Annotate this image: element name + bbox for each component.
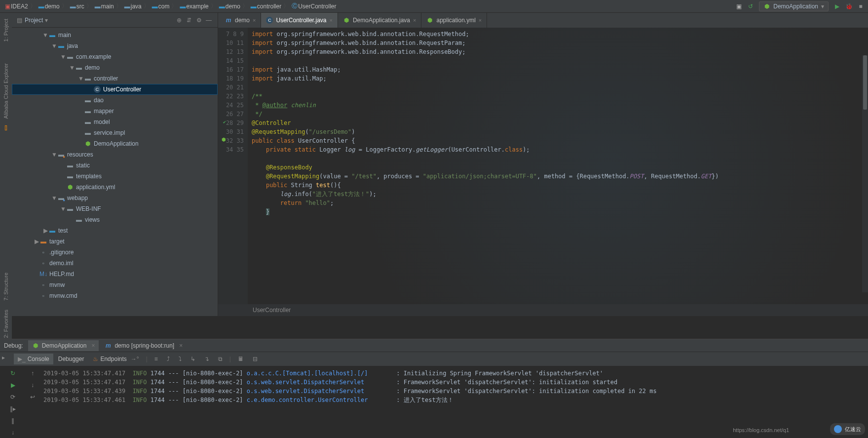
close-icon[interactable]: × <box>179 342 183 349</box>
tree-node-java[interactable]: ▼▬java <box>12 40 218 51</box>
attach-icon[interactable]: ⊟ <box>249 354 262 364</box>
force-step-icon[interactable]: ↳ <box>187 354 199 364</box>
debug-tab-demoapplication[interactable]: ⬢DemoApplication× <box>28 340 99 351</box>
tree-node-main[interactable]: ▼▬main <box>12 30 218 40</box>
resume-button[interactable]: ▶ <box>7 380 18 391</box>
tree-node-views[interactable]: ▬views <box>12 214 218 225</box>
navigation-bar: ▣ IDEA2〉▬ demo〉▬ src〉▬ main〉▬ java〉▬ com… <box>0 0 868 13</box>
breadcrumb-item[interactable]: 〉▬ demo <box>209 2 240 10</box>
tree-node-templates[interactable]: ▬templates <box>12 171 218 182</box>
close-icon[interactable]: × <box>330 17 333 23</box>
stop-button[interactable]: ■ <box>857 3 864 10</box>
close-icon[interactable]: × <box>479 17 482 23</box>
code-editor[interactable]: 7 8 9 10 11 12 13 14 15 16 17 18 19 20 2… <box>218 28 868 304</box>
tree-node--gitignore[interactable]: ▫.gitignore <box>12 247 218 258</box>
tree-node-target[interactable]: ▶▬target <box>12 236 218 247</box>
tree-node-com-example[interactable]: ▼▬com.example <box>12 51 218 62</box>
debug-button[interactable]: 🐞 <box>845 3 852 10</box>
tree-node-demoapplication[interactable]: ⬢DemoApplication <box>12 138 218 149</box>
editor-tab-usercontroller-java[interactable]: CUserController.java× <box>261 13 338 28</box>
tree-node-webapp[interactable]: ▼▬●webapp <box>12 193 218 203</box>
endpoints-tab[interactable]: ♨Endpoints→° <box>89 354 143 364</box>
chevron-down-icon: ▾ <box>821 3 824 10</box>
bracket-icon: [] <box>4 125 7 130</box>
stop-square-button[interactable]: ‖ <box>7 415 18 426</box>
breadcrumb-item[interactable]: 〉▬ src <box>60 2 84 10</box>
step-over-icon[interactable]: ≡ <box>151 354 162 364</box>
tree-node-web-inf[interactable]: ▼▬WEB-INF <box>12 203 218 214</box>
minimize-icon[interactable]: — <box>204 15 214 25</box>
close-icon[interactable]: × <box>91 342 95 349</box>
editor-tab-demoapplication-java[interactable]: ⬢DemoApplication.java× <box>338 13 422 28</box>
breadcrumb-item[interactable]: 〉▬ com <box>142 2 170 10</box>
side-tab-structure[interactable]: 7: Structure <box>2 270 10 304</box>
side-tab-favorites[interactable]: 2: Favorites <box>2 307 10 341</box>
tree-node-application-yml[interactable]: ⬢application.yml <box>12 182 218 193</box>
watermark-badge: 亿速云 <box>830 423 865 435</box>
project-panel-title: Project <box>25 17 43 24</box>
refresh-button[interactable]: ⟳ <box>7 392 18 402</box>
up-arrow-icon[interactable]: ↑ <box>27 368 38 379</box>
layout-icon[interactable]: ▣ <box>735 3 742 10</box>
tree-node-test[interactable]: ▶▬test <box>12 225 218 236</box>
tree-node-resources[interactable]: ▼▬●resources <box>12 149 218 160</box>
tree-node-demo[interactable]: ▼▬demo <box>12 62 218 73</box>
tree-node-demo-iml[interactable]: ▫demo.iml <box>12 258 218 269</box>
sync-icon[interactable]: ↺ <box>747 3 754 10</box>
project-panel-header: ▤ Project ▾ ⊕ ⇵ ⚙ — <box>12 13 218 28</box>
evaluate-icon[interactable]: ⧉ <box>214 354 226 364</box>
breadcrumb-item[interactable]: 〉▬ controller <box>240 2 281 10</box>
tree-node-dao[interactable]: ▬dao <box>12 95 218 106</box>
breadcrumb-item[interactable]: 〉▬ main <box>84 2 114 10</box>
close-icon[interactable]: × <box>413 17 416 23</box>
debugger-tab[interactable]: Debugger <box>54 354 88 364</box>
tree-node-controller[interactable]: ▼▬controller <box>12 73 218 84</box>
debug-sub-toolbar: ▸ ▶_Console Debugger ♨Endpoints→° | ≡ ⤴ … <box>0 352 868 366</box>
tree-node-mapper[interactable]: ▬mapper <box>12 106 218 117</box>
console-tab[interactable]: ▶_Console <box>14 354 53 364</box>
project-tree[interactable]: ▼▬main▼▬java▼▬com.example▼▬demo▼▬control… <box>12 28 218 316</box>
tree-node-service-impl[interactable]: ▬service.impl <box>12 127 218 138</box>
chevron-down-icon[interactable]: ▾ <box>45 17 48 24</box>
calc-icon[interactable]: 🖩 <box>234 354 248 364</box>
close-icon[interactable]: × <box>253 17 256 23</box>
step-into-icon[interactable]: ⤴ <box>163 354 174 364</box>
tree-node-model[interactable]: ▬model <box>12 117 218 127</box>
breadcrumb-item[interactable]: 〉▬ example <box>169 2 208 10</box>
breadcrumb-item[interactable]: ▣ IDEA2 <box>4 3 28 10</box>
pause-button[interactable]: ‖▸ <box>7 403 18 414</box>
run-config-selector[interactable]: ⬢ DemoApplication ▾ <box>759 1 829 11</box>
breadcrumb-item[interactable]: 〉▬ java <box>114 2 142 10</box>
locate-icon[interactable]: ⊕ <box>174 15 184 25</box>
vertical-scrollbar[interactable] <box>862 55 868 292</box>
hide-icon[interactable]: ▸ <box>2 354 5 361</box>
editor-tab-demo[interactable]: mdemo× <box>220 13 261 28</box>
tree-node-usercontroller[interactable]: CUserController <box>12 84 218 95</box>
down-button[interactable]: ↓ <box>7 427 18 438</box>
run-to-cursor-icon[interactable]: ↴ <box>200 354 213 364</box>
run-button[interactable]: ▶ <box>833 3 840 10</box>
side-tab-project[interactable]: 1: Project <box>2 16 10 44</box>
side-tab-alibaba-cloud[interactable]: Alibaba Cloud Explorer <box>2 60 10 122</box>
tree-node-mvnw[interactable]: ▫mvnw <box>12 279 218 290</box>
tree-node-mvnw-cmd[interactable]: ▫mvnw.cmd <box>12 290 218 301</box>
soft-wrap-icon[interactable]: ↩ <box>27 392 38 402</box>
step-out-icon[interactable]: ⤵ <box>175 354 186 364</box>
run-config-label: DemoApplication <box>773 3 818 10</box>
tree-node-static[interactable]: ▬static <box>12 160 218 171</box>
editor-tab-application-yml[interactable]: ⬢application.yml× <box>421 13 487 28</box>
debug-left-toolbar: ↻ ▶ ⟳ ‖▸ ‖ ↓ <box>0 366 26 438</box>
code-content[interactable]: import org.springframework.web.bind.anno… <box>248 28 868 304</box>
collapse-icon[interactable]: ⇵ <box>184 15 194 25</box>
breadcrumb-item[interactable]: 〉Ⓒ UserController <box>281 2 336 10</box>
tree-node-help-md[interactable]: M↓HELP.md <box>12 269 218 279</box>
breadcrumbs: ▣ IDEA2〉▬ demo〉▬ src〉▬ main〉▬ java〉▬ com… <box>4 2 735 10</box>
gutter: 7 8 9 10 11 12 13 14 15 16 17 18 19 20 2… <box>218 28 248 304</box>
down-arrow-icon[interactable]: ↓ <box>27 380 38 391</box>
rerun-button[interactable]: ↻ <box>7 368 18 379</box>
gear-icon[interactable]: ⚙ <box>194 15 204 25</box>
debug-tab-demo-spring-boot-run-[interactable]: mdemo [spring-boot:run]× <box>101 340 187 351</box>
breadcrumb-item[interactable]: 〉▬ demo <box>28 2 60 10</box>
debug-left-toolbar2: ↑ ↓ ↩ <box>26 366 39 438</box>
project-icon: ▤ <box>16 17 23 24</box>
